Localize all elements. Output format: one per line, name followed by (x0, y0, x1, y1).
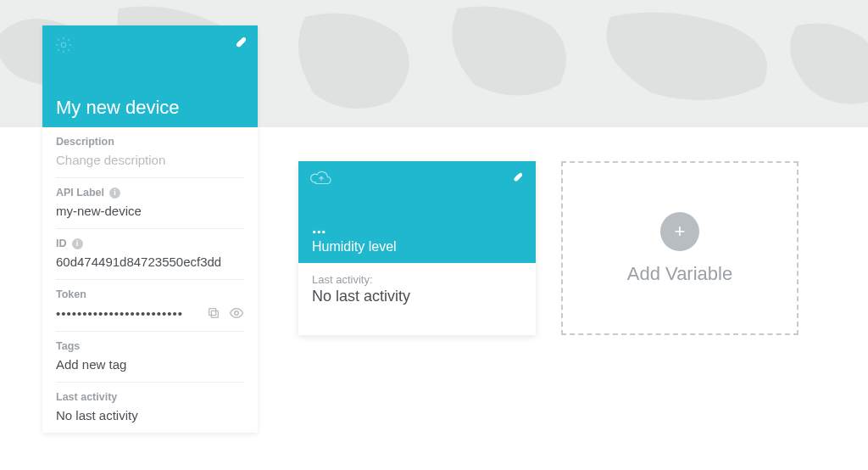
api-label-label: API Label i (56, 187, 244, 199)
variable-last-activity-label: Last activity: (312, 273, 522, 286)
variables-area: ... Humidity level Last activity: No las… (298, 25, 826, 335)
variable-card-body: Last activity: No last activity (298, 263, 536, 321)
svg-point-0 (61, 42, 66, 48)
info-icon[interactable]: i (72, 238, 83, 249)
last-activity-label: Last activity (56, 391, 244, 403)
brush-icon[interactable] (232, 36, 246, 53)
variable-last-activity-value: No last activity (312, 288, 522, 305)
svg-rect-2 (209, 309, 216, 316)
gear-icon (54, 36, 73, 58)
token-label: Token (56, 288, 244, 300)
description-label: Description (56, 136, 244, 148)
last-activity-field: Last activity No last activity (56, 383, 244, 433)
device-panel-header: My new device (42, 25, 258, 127)
variable-card[interactable]: ... Humidity level Last activity: No las… (298, 161, 536, 335)
device-panel-body: Description Change description API Label… (42, 127, 258, 433)
token-value: •••••••••••••••••••••••• (56, 306, 198, 321)
description-field: Description Change description (56, 127, 244, 178)
id-field: ID i 60d474491d84723550ecf3dd (56, 229, 244, 280)
add-variable-label: Add Variable (627, 263, 732, 285)
copy-icon[interactable] (207, 306, 220, 320)
tags-label: Tags (56, 340, 244, 352)
variable-value: ... (312, 218, 522, 238)
api-label-field: API Label i my-new-device (56, 178, 244, 229)
info-icon[interactable]: i (109, 187, 120, 199)
svg-rect-1 (211, 311, 218, 317)
description-input[interactable]: Change description (56, 153, 244, 167)
api-label-value[interactable]: my-new-device (56, 204, 244, 218)
svg-point-3 (235, 311, 239, 316)
variable-card-header: ... Humidity level (298, 161, 536, 263)
eye-icon[interactable] (229, 305, 244, 321)
add-variable-button[interactable]: + Add Variable (561, 161, 798, 335)
device-title[interactable]: My new device (56, 97, 244, 119)
token-field: Token •••••••••••••••••••••••• (56, 280, 244, 332)
last-activity-value: No last activity (56, 408, 244, 422)
variable-name: Humidity level (312, 239, 522, 255)
tags-input[interactable]: Add new tag (56, 357, 244, 372)
tags-field: Tags Add new tag (56, 332, 244, 383)
cloud-icon (310, 170, 332, 190)
id-value: 60d474491d84723550ecf3dd (56, 255, 244, 269)
device-panel: My new device Description Change descrip… (42, 25, 258, 433)
brush-icon[interactable] (510, 171, 522, 187)
id-label: ID i (56, 238, 244, 249)
plus-icon: + (660, 212, 699, 251)
